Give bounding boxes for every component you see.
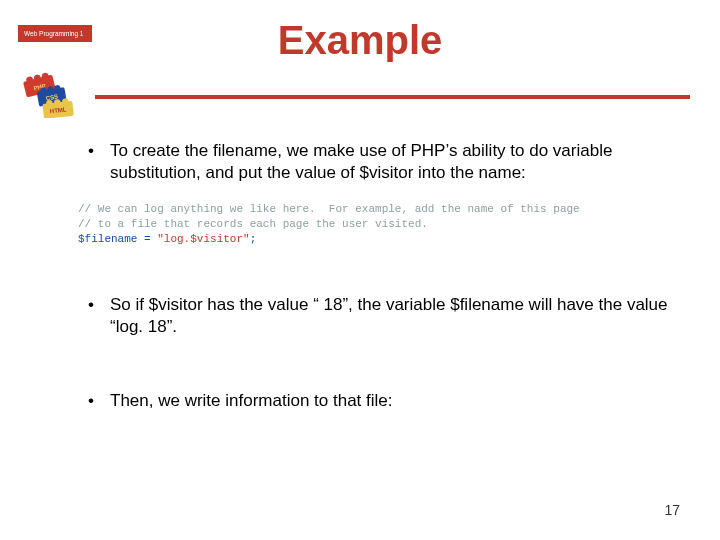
- lego-logo-icon: PHP CSS HTML: [14, 58, 84, 118]
- code-block: // We can log anything we like here. For…: [78, 202, 580, 247]
- code-comment: // We can log anything we like here. For…: [78, 203, 580, 215]
- bullet-item: Then, we write information to that file:: [78, 390, 690, 412]
- code-stmt-string: "log.$visitor": [157, 233, 249, 245]
- page-number: 17: [664, 502, 680, 518]
- code-comment: // to a file that records each page the …: [78, 218, 428, 230]
- bullet-item: So if $visitor has the value “ 18”, the …: [78, 294, 690, 338]
- slide: BIS1523 Web Programming 1 PHP CSS: [0, 0, 720, 540]
- bullet-list: To create the filename, we make use of P…: [78, 140, 690, 412]
- code-stmt-lhs: $filename =: [78, 233, 157, 245]
- title-divider: [95, 95, 690, 99]
- lego-logo: PHP CSS HTML: [14, 58, 84, 118]
- slide-body: To create the filename, we make use of P…: [78, 140, 690, 464]
- slide-title: Example: [0, 18, 720, 63]
- code-stmt-end: ;: [250, 233, 257, 245]
- bullet-item: To create the filename, we make use of P…: [78, 140, 690, 184]
